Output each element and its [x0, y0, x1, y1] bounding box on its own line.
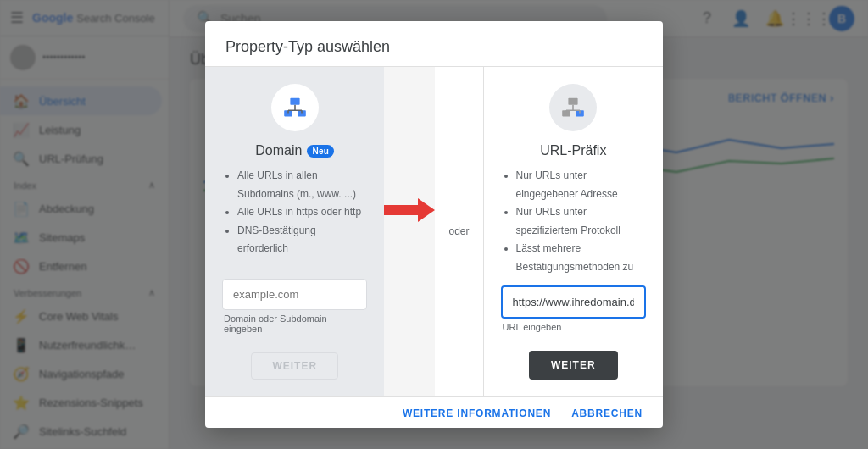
url-title: URL-Präfix: [540, 143, 606, 158]
url-bullet-1: Nur URLs unter eingegebener Adresse: [516, 167, 646, 203]
svg-rect-0: [290, 98, 299, 105]
arrow-body: [384, 205, 418, 215]
domain-input-label: Domain oder Subdomain eingeben: [222, 310, 367, 337]
domain-icon: [271, 84, 319, 131]
url-panel: URL-Präfix Nur URLs unter eingegebener A…: [483, 67, 663, 396]
dialog-footer: WEITERE INFORMATIONEN ABBRECHEN: [205, 396, 663, 428]
url-bullet-3: Lässt mehrere Bestätigungsmethoden zu: [516, 240, 646, 276]
url-weiter-button[interactable]: WEITER: [529, 351, 618, 380]
arrow-wrap: [384, 198, 435, 264]
divider-text: oder: [442, 225, 476, 237]
domain-weiter-button[interactable]: WEITER: [251, 352, 338, 380]
cancel-button[interactable]: ABBRECHEN: [571, 407, 643, 419]
domain-bullet-1: Alle URLs in allen Subdomains (m., www. …: [237, 167, 367, 203]
domain-badge: Neu: [307, 145, 334, 158]
url-input-label: URL eingeben: [501, 319, 646, 335]
domain-input-wrap: Domain oder Subdomain eingeben: [222, 279, 367, 337]
url-bullets: Nur URLs unter eingegebener Adresse Nur …: [501, 167, 646, 277]
url-icon: [549, 84, 597, 131]
domain-title: Domain Neu: [255, 143, 334, 158]
domain-input[interactable]: [222, 279, 367, 310]
domain-bullets: Alle URLs in allen Subdomains (m., www. …: [222, 167, 367, 258]
url-bullet-2: Nur URLs unter spezifiziertem Protokoll: [516, 203, 646, 240]
dialog-title: Property-Typ auswählen: [205, 21, 663, 67]
url-input-container: [501, 285, 646, 319]
dialog-body: Domain Neu Alle URLs in allen Subdomains…: [205, 67, 663, 396]
svg-rect-7: [569, 98, 578, 105]
overlay: Property-Typ auswählen Domain: [0, 0, 868, 449]
more-info-link[interactable]: WEITERE INFORMATIONEN: [403, 407, 551, 419]
domain-panel: Domain Neu Alle URLs in allen Subdomains…: [205, 67, 384, 396]
domain-bullet-2: Alle URLs in https oder http: [237, 203, 367, 222]
red-arrow: [384, 198, 435, 222]
property-type-dialog: Property-Typ auswählen Domain: [205, 21, 663, 428]
url-input[interactable]: [501, 285, 646, 319]
url-input-wrap: URL eingeben: [501, 285, 646, 335]
domain-bullet-3: DNS-Bestätigung erforderlich: [237, 222, 367, 258]
arrow-head: [418, 198, 435, 222]
